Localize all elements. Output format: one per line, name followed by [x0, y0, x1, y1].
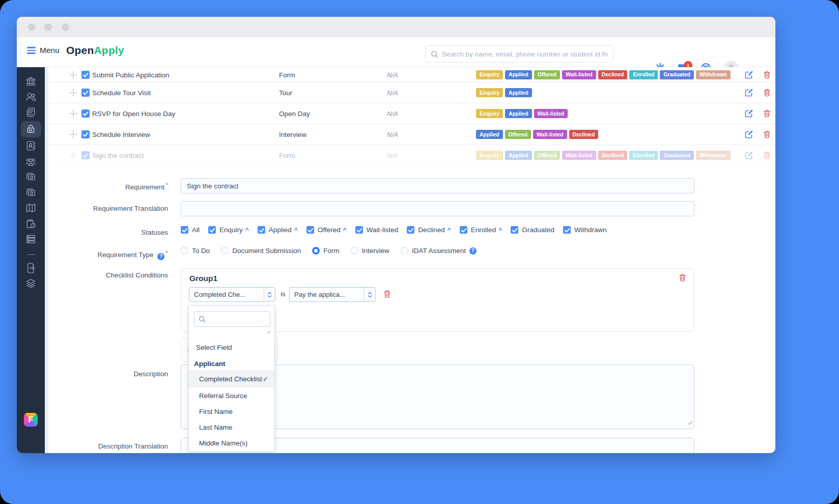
status-option[interactable]: All: [181, 226, 200, 234]
drag-handle-icon[interactable]: [70, 71, 77, 78]
scrollbar-thumb[interactable]: [268, 331, 270, 333]
requirement-type-option[interactable]: To Do: [181, 247, 210, 255]
status-option[interactable]: Wait-listed: [355, 226, 399, 234]
sidebar-item-address-book-icon[interactable]: [21, 138, 41, 154]
row-checkbox[interactable]: [81, 71, 90, 79]
help-icon[interactable]: ?: [157, 253, 164, 260]
delete-group-icon[interactable]: [679, 274, 686, 282]
requirement-translation-input[interactable]: [181, 201, 694, 216]
dropdown-item[interactable]: Completed Checklist✓: [189, 370, 274, 387]
checkbox-checked-icon[interactable]: [306, 226, 314, 234]
radio-unselected-icon[interactable]: [401, 247, 408, 255]
menu-label: Menu: [40, 46, 60, 55]
checkbox-checked-icon[interactable]: [407, 226, 414, 234]
status-badge: Wait-listed: [534, 109, 568, 118]
group-icon: [25, 156, 37, 167]
search-input[interactable]: [442, 50, 608, 58]
requirement-type-option[interactable]: Document Submission: [221, 247, 301, 255]
window-minimize-button[interactable]: [44, 23, 52, 31]
checkbox-checked-icon[interactable]: [460, 226, 467, 234]
drag-handle-icon[interactable]: [70, 131, 77, 138]
dropdown-item[interactable]: Middle Name(s): [189, 436, 274, 450]
dropdown-search[interactable]: [194, 311, 270, 327]
status-badge: Applied: [476, 130, 503, 139]
status-option[interactable]: Enquiry^: [208, 226, 249, 234]
status-badge: Offered: [534, 151, 560, 160]
help-icon[interactable]: ?: [469, 247, 477, 255]
edit-icon[interactable]: [745, 89, 753, 97]
collapse-caret-icon[interactable]: ^: [498, 227, 502, 234]
row-checkbox[interactable]: [81, 151, 90, 159]
row-type: Open Day: [279, 110, 310, 118]
condition-value-select[interactable]: Pay the applica...: [289, 287, 376, 302]
photo-icon-2: [25, 187, 37, 199]
sidebar-item-group-icon[interactable]: [21, 154, 41, 170]
requirement-type-option[interactable]: Interview: [351, 247, 389, 255]
openapply-logo[interactable]: OpenApply: [66, 44, 124, 57]
radio-unselected-icon[interactable]: [351, 247, 358, 255]
drag-handle-icon[interactable]: [70, 152, 77, 159]
resize-handle[interactable]: [688, 418, 692, 427]
row-type: Interview: [279, 131, 306, 138]
collapse-caret-icon[interactable]: ^: [294, 227, 298, 234]
checkbox-checked-icon[interactable]: [355, 226, 363, 234]
drag-handle-icon[interactable]: [70, 110, 77, 117]
delete-condition-icon[interactable]: [384, 290, 390, 298]
status-option[interactable]: Enrolled^: [460, 226, 502, 234]
collapse-caret-icon[interactable]: ^: [245, 227, 249, 234]
requirement-type-option[interactable]: Form: [312, 247, 340, 255]
checkbox-checked-icon[interactable]: [258, 226, 265, 234]
checkbox-checked-icon[interactable]: [511, 226, 518, 234]
window-zoom-button[interactable]: [62, 23, 69, 31]
delete-icon[interactable]: [764, 152, 770, 159]
delete-icon[interactable]: [764, 131, 770, 138]
checkbox-checked-icon[interactable]: [181, 226, 188, 234]
radio-unselected-icon[interactable]: [181, 247, 188, 255]
row-value: N/A: [387, 89, 398, 97]
drag-handle-icon[interactable]: [70, 89, 77, 96]
global-search[interactable]: [425, 45, 613, 63]
sidebar-item-documents-icon[interactable]: [21, 104, 41, 120]
row-checkbox[interactable]: [81, 89, 90, 97]
radio-unselected-icon[interactable]: [221, 247, 229, 255]
collapse-caret-icon[interactable]: ^: [343, 227, 347, 234]
radio-selected-icon[interactable]: [312, 247, 320, 255]
row-checkbox[interactable]: [81, 109, 90, 118]
requirement-type-option[interactable]: IDAT Assessment?: [401, 247, 477, 255]
faria-logo[interactable]: F: [24, 413, 38, 427]
sidebar-item-institution-icon[interactable]: [21, 73, 41, 89]
map-icon: [25, 202, 37, 214]
status-option[interactable]: Offered^: [306, 226, 347, 234]
dropdown-item[interactable]: First Name: [189, 405, 274, 418]
sidebar-item-checklist-icon[interactable]: [21, 121, 41, 137]
delete-icon[interactable]: [764, 110, 770, 118]
edit-icon[interactable]: [745, 109, 753, 118]
requirement-input[interactable]: Sign the contract: [181, 178, 694, 193]
delete-icon[interactable]: [764, 89, 770, 97]
status-badge: Applied: [505, 109, 532, 118]
collapse-caret-icon[interactable]: ^: [448, 227, 451, 234]
dropdown-item[interactable]: Select Field: [189, 341, 274, 354]
menu-button[interactable]: Menu: [27, 46, 60, 55]
sidebar-divider-strip: [45, 67, 48, 453]
sidebar-item-users-icon[interactable]: [21, 89, 41, 105]
checkbox-checked-icon[interactable]: [208, 226, 216, 234]
status-option[interactable]: Withdrawn: [563, 226, 607, 234]
status-badge: Wait-listed: [533, 130, 567, 139]
edit-icon[interactable]: [745, 71, 753, 79]
window-close-button[interactable]: [28, 23, 36, 31]
status-option[interactable]: Declined^: [407, 226, 451, 234]
edit-icon[interactable]: [745, 151, 753, 159]
status-option[interactable]: Applied^: [258, 226, 298, 234]
dropdown-search-input[interactable]: [209, 315, 266, 323]
edit-icon[interactable]: [745, 130, 753, 138]
status-option[interactable]: Graduated: [511, 226, 554, 234]
condition-field-select[interactable]: Completed Che...: [189, 287, 275, 302]
condition-operator: is: [278, 290, 288, 298]
delete-icon[interactable]: [764, 71, 770, 78]
checkbox-checked-icon[interactable]: [563, 226, 571, 234]
row-checkbox[interactable]: [81, 130, 90, 138]
dropdown-item[interactable]: Last Name: [189, 421, 274, 434]
dropdown-item[interactable]: Referral Source: [189, 389, 274, 403]
top-navbar: Menu OpenApply 1: [17, 37, 775, 67]
